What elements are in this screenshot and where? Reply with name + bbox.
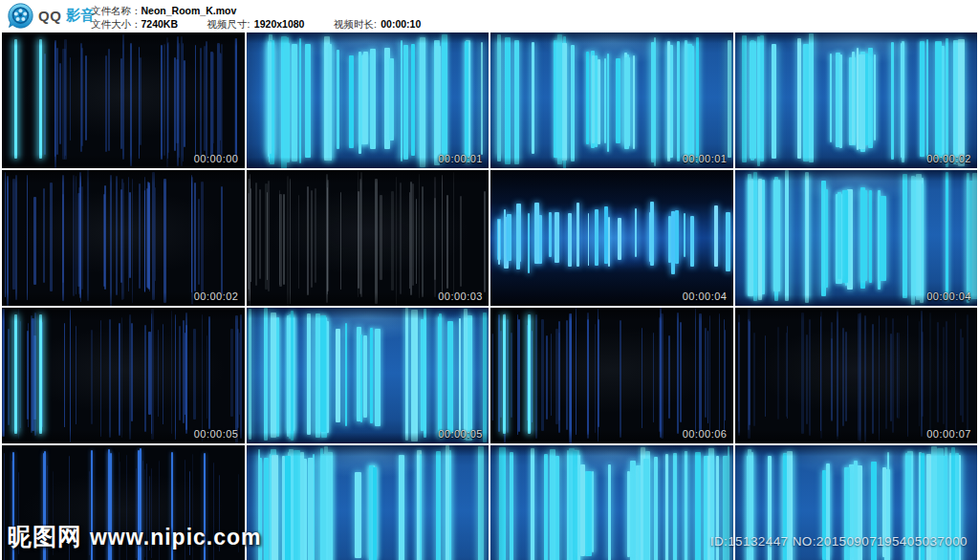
video-frame-thumbnail[interactable] [490,445,733,560]
neon-bar [391,191,393,291]
neon-bar [749,321,750,425]
neon-bar [401,40,403,162]
frame-art [2,32,245,168]
neon-bar [753,333,755,426]
neon-bar [874,54,877,141]
neon-bar [403,45,408,161]
neon-bar [460,196,462,286]
video-frame-thumbnail[interactable]: 00:00:04 [490,170,733,306]
frame-art [735,308,978,443]
neon-bar [935,41,942,159]
neon-bar [39,39,42,159]
neon-bar [175,314,176,440]
neon-bar [503,314,506,434]
video-frame-thumbnail[interactable]: 00:00:02 [2,170,245,306]
neon-bar [193,329,195,420]
neon-bar [504,209,506,263]
frame-art [490,445,733,560]
neon-bar [806,334,807,424]
neon-bar [185,312,186,435]
neon-bar [499,447,506,560]
video-frame-thumbnail[interactable]: 00:00:03 [247,170,490,306]
neon-bar [152,172,155,300]
video-duration-label: 视频时长: [334,18,377,30]
neon-bar [44,54,46,155]
neon-bar [230,329,232,417]
neon-bar [685,451,687,560]
app-name-qq: QQ [38,8,61,24]
neon-bar [70,57,71,140]
neon-bar [311,190,313,288]
neon-bar [276,317,279,437]
video-frame-thumbnail[interactable]: 00:00:00 [2,32,245,168]
video-frame-thumbnail[interactable]: 00:00:05 [2,308,245,443]
neon-bar [598,309,598,442]
neon-bar [633,55,635,149]
neon-bar [171,311,172,434]
neon-bar [753,172,757,302]
neon-bar [405,308,408,441]
neon-bar [831,338,833,420]
site-watermark: 昵图网 www.nipic.com [8,521,262,552]
neon-bar [860,190,866,281]
neon-bar [360,334,363,422]
neon-bar [14,39,17,159]
neon-bar [484,191,486,291]
neon-bar [624,57,630,145]
file-info: 文件名称：Neon_Room_K.mov 文件大小：7240KB 视频尺寸: 1… [91,3,446,30]
neon-bar [972,173,977,299]
video-frame-thumbnail[interactable]: 00:00:01 [247,32,490,168]
video-frame-thumbnail[interactable]: 00:00:02 [735,32,978,168]
neon-bar [531,448,534,560]
neon-bar [897,333,900,418]
neon-bar [541,319,544,431]
neon-bar [705,328,707,418]
file-name-row: 文件名称：Neon_Room_K.mov [91,3,446,16]
neon-bar [15,175,17,300]
neon-bar [929,312,931,441]
neon-bar [20,321,21,428]
neon-bar [879,315,880,442]
neon-bar [64,323,65,427]
video-frame-thumbnail[interactable]: 00:00:04 [735,170,978,306]
neon-bar [305,44,311,158]
neon-bar [675,210,679,265]
video-frame-thumbnail[interactable]: 00:00:06 [490,308,733,443]
neon-bar [283,194,285,285]
neon-bar [290,179,291,304]
video-frame-thumbnail[interactable]: 00:00:05 [247,308,490,443]
video-frame-thumbnail[interactable]: 00:00:07 [735,308,978,443]
neon-bar [680,322,681,422]
neon-bar [830,54,832,142]
neon-bar [399,455,404,560]
neon-bar [158,330,159,417]
neon-bar [528,213,530,273]
neon-bar [234,38,236,156]
neon-bar [62,194,64,282]
neon-bar [14,314,17,434]
neon-bar [505,37,511,164]
neon-bar [389,58,394,140]
file-size: 文件大小：7240KB [91,16,178,31]
neon-bar [608,217,610,267]
neon-bar [690,216,694,267]
neon-bar [179,326,181,421]
neon-bar [587,312,589,435]
neon-bar [438,316,442,437]
neon-bar [497,34,501,162]
video-frame-thumbnail[interactable] [247,445,490,560]
frame-art [247,308,490,443]
neon-bar [643,459,648,560]
neon-bar [27,331,29,420]
frame-art [247,445,490,560]
neon-bar [400,183,402,294]
neon-bar [183,320,184,423]
neon-bar [300,452,304,560]
neon-bar [272,455,277,560]
neon-bar [785,170,788,301]
neon-bar [149,185,150,291]
video-frame-thumbnail[interactable]: 00:00:01 [490,32,733,168]
neon-bar [839,54,841,149]
neon-bar [668,216,671,262]
neon-bar [573,451,577,560]
